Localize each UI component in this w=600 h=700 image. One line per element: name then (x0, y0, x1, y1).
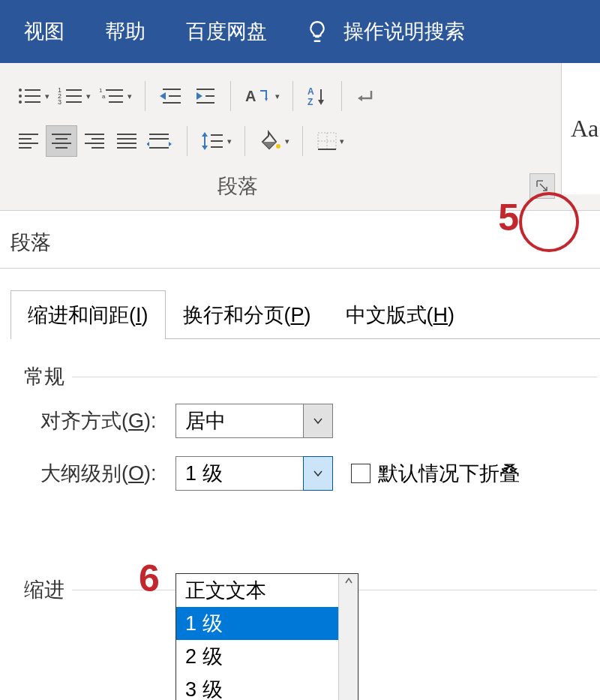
tab-asian-typography[interactable]: 中文版式(H) (328, 290, 472, 339)
lightbulb-icon (304, 19, 330, 44)
dropdown-item-level-1[interactable]: 1 级 (176, 607, 338, 640)
outline-level-label: 大纲级别(O): (40, 460, 176, 487)
chevron-down-icon[interactable]: ▾ (227, 137, 232, 146)
menubar: 视图 帮助 百度网盘 操作说明搜索 (0, 0, 600, 63)
asian-layout-button[interactable]: A ▾ (241, 80, 283, 112)
menu-view[interactable]: 视图 (8, 18, 81, 45)
alignment-combo[interactable]: 居中 (176, 404, 333, 438)
align-justify-button[interactable] (112, 125, 142, 157)
annotation-6: 6 (139, 557, 160, 600)
svg-marker-51 (169, 142, 172, 146)
outline-level-combo[interactable]: 1 级 (176, 456, 333, 491)
collapse-default-label: 默认情况下折叠 (378, 460, 520, 487)
chevron-down-icon[interactable]: ▾ (128, 92, 132, 101)
menu-help[interactable]: 帮助 (88, 18, 162, 45)
multilevel-list-button[interactable]: 1a ▾ (96, 80, 135, 112)
separator (292, 81, 293, 111)
svg-marker-30 (318, 100, 324, 105)
svg-point-2 (19, 95, 22, 98)
tab-indents-spacing[interactable]: 缩进和间距(I) (10, 290, 166, 339)
tell-me-search[interactable]: 操作说明搜索 (344, 18, 482, 45)
tab-line-page-breaks[interactable]: 换行和分页(P) (166, 290, 328, 339)
decrease-indent-button[interactable] (155, 80, 187, 112)
menu-baidu-netdisk[interactable]: 百度网盘 (170, 18, 284, 45)
svg-marker-50 (147, 142, 149, 146)
annotation-circle (519, 192, 579, 252)
dialog-tabs: 缩进和间距(I) 换行和分页(P) 中文版式(H) (10, 290, 600, 339)
svg-text:A: A (245, 88, 256, 104)
svg-marker-26 (265, 98, 268, 101)
align-center-button[interactable] (46, 125, 77, 157)
shading-button[interactable]: ▾ (255, 125, 292, 157)
chevron-down-icon[interactable]: ▾ (340, 137, 344, 146)
show-paragraph-marks-button[interactable] (352, 80, 380, 112)
numbering-button[interactable]: 123 ▾ (55, 80, 94, 112)
outline-level-value: 1 级 (176, 456, 303, 491)
separator (302, 126, 303, 156)
svg-marker-22 (196, 92, 202, 100)
line-spacing-button[interactable]: ▾ (197, 125, 235, 157)
bullets-button[interactable]: ▾ (14, 80, 52, 112)
svg-text:3: 3 (58, 98, 62, 106)
paragraph-dialog: 缩进和间距(I) 换行和分页(P) 中文版式(H) 常规 对齐方式(G): 居中 (0, 268, 600, 603)
alignment-value: 居中 (176, 404, 303, 438)
svg-point-0 (19, 89, 22, 92)
ribbon-paragraph-group: ▾ 123 ▾ 1a ▾ A ▾ AZ (0, 63, 600, 211)
chevron-down-icon[interactable] (303, 404, 333, 438)
chevron-down-icon[interactable]: ▾ (86, 92, 91, 101)
increase-indent-button[interactable] (189, 80, 220, 112)
checkbox-icon (351, 464, 370, 483)
borders-button[interactable]: ▾ (313, 125, 347, 157)
chevron-down-icon[interactable]: ▾ (275, 92, 280, 101)
chevron-down-icon[interactable]: ▾ (45, 92, 50, 101)
align-left-button[interactable] (14, 125, 44, 157)
dropdown-item-body-text[interactable]: 正文文本 (176, 574, 338, 607)
svg-marker-18 (160, 92, 166, 100)
annotation-5: 5 (498, 196, 519, 239)
styles-preview[interactable]: Aa (561, 63, 600, 194)
separator (187, 126, 188, 156)
chevron-down-icon[interactable] (303, 456, 333, 491)
collapse-default-checkbox[interactable]: 默认情况下折叠 (351, 460, 520, 487)
separator (341, 81, 342, 111)
separator (244, 126, 245, 156)
dropdown-item-level-3[interactable]: 3 级 (176, 673, 338, 700)
svg-point-59 (276, 144, 280, 149)
sort-button[interactable]: AZ (303, 80, 332, 112)
svg-marker-55 (202, 146, 208, 150)
section-general-title: 常规 (24, 363, 600, 390)
dropdown-item-level-2[interactable]: 2 级 (176, 640, 338, 673)
dropdown-scrollbar[interactable] (338, 574, 358, 700)
align-right-button[interactable] (80, 125, 110, 157)
svg-marker-31 (358, 95, 362, 101)
alignment-label: 对齐方式(G): (40, 407, 176, 434)
align-distributed-button[interactable] (144, 125, 177, 157)
svg-point-4 (19, 101, 22, 104)
outline-level-dropdown: 正文文本 1 级 2 级 3 级 (176, 573, 358, 700)
chevron-down-icon[interactable]: ▾ (285, 137, 290, 146)
separator (145, 81, 146, 111)
separator (230, 81, 231, 111)
svg-text:a: a (102, 93, 106, 100)
svg-text:A: A (308, 86, 314, 97)
svg-text:Z: Z (308, 97, 313, 107)
group-label-paragraph: 段落 (218, 173, 258, 200)
